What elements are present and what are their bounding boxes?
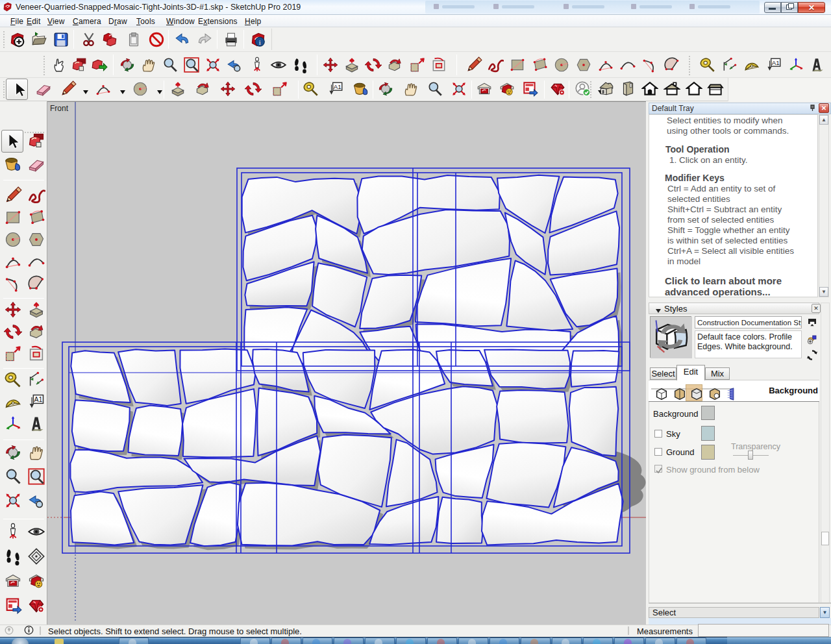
svg-text:i: i [259,38,261,46]
svg-text:A1: A1 [334,83,341,90]
svg-text:A1: A1 [34,395,42,403]
svg-text:A1: A1 [772,59,780,66]
svg-text:Front: Front [50,104,69,113]
